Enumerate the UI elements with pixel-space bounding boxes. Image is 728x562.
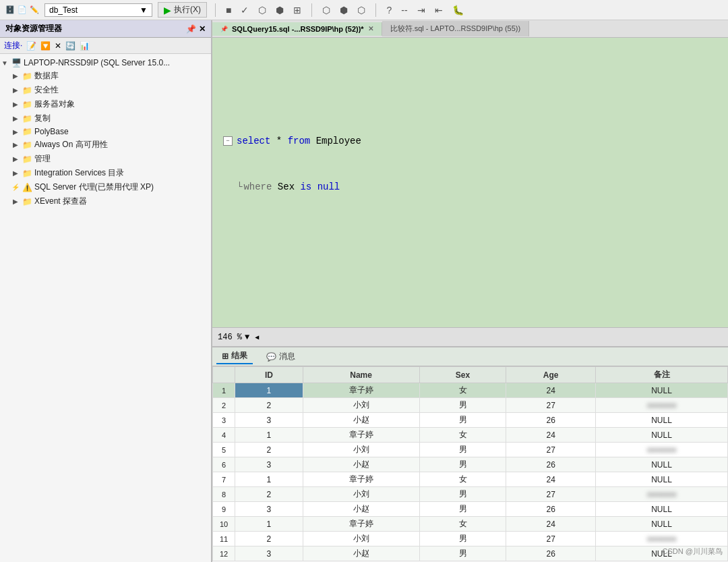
expand-icon[interactable]: ▼ [0, 59, 9, 67]
tab-sqlquery15[interactable]: 📌 SQLQuery15.sql -...RSSD9IP\hp (52))* ✕ [212, 22, 382, 36]
tab-compare[interactable]: 比较符.sql - LAPTO...RSSD9IP\hp (55)) [382, 21, 530, 36]
table-row[interactable]: 93小赵男26NULL [213, 502, 728, 517]
table-row[interactable]: 22小刘男27■■■■■■ [213, 398, 728, 413]
server-label: LAPTOP-NRSSD9IP (SQL Server 15.0... [24, 58, 170, 67]
title-bar: 🗄️ 📄 ✏️ db_Test ▼ ▶ 执行(X) ■ ✓ ⬡ ⬢ ⊞ ⬡ ⬢ … [0, 0, 728, 20]
row-num: 5 [213, 443, 235, 457]
code-block: − select * from Employee └where Sex is n… [212, 38, 728, 327]
title-icons: 🗄️ 📄 ✏️ [5, 5, 39, 14]
replication-label: 复制 [34, 113, 51, 124]
table-row[interactable]: 52小刘男27■■■■■■ [213, 443, 728, 457]
tree-item-server[interactable]: ▼ 🖥️ LAPTOP-NRSSD9IP (SQL Server 15.0... [0, 57, 211, 69]
tree-item-databases[interactable]: ▶ 📁 数据库 [0, 69, 211, 83]
tree-item-server-objects[interactable]: ▶ 📁 服务器对象 [0, 97, 211, 111]
table-row[interactable]: 123小赵男26NULL [213, 546, 728, 561]
dedent-icon[interactable]: ⇤ [433, 3, 445, 17]
filter-clear-icon[interactable]: ✕ [55, 41, 61, 51]
tree-item-replication[interactable]: ▶ 📁 复制 [0, 111, 211, 125]
expand-icon[interactable]: ▶ [11, 72, 20, 80]
help-icon[interactable]: ? [384, 3, 394, 17]
results-table-wrapper: ID Name Sex Age 备注 11章子婷女24NULL22小刘男27■■… [212, 366, 728, 562]
table-row[interactable]: 82小刘男27■■■■■■ [213, 487, 728, 502]
code-text: Employee [310, 136, 361, 146]
cell-name: 章子婷 [303, 517, 419, 532]
folder-icon: 📁 [22, 100, 32, 109]
stop-icon[interactable]: ■ [224, 3, 233, 17]
pin-icon[interactable]: 📌 [186, 24, 196, 34]
results-tab-messages[interactable]: 💬 消息 [261, 349, 301, 364]
folder-icon: 📁 [22, 86, 32, 95]
parse-icon[interactable]: ⬡ [256, 3, 268, 17]
file-icon: 📄 [18, 5, 27, 14]
code-editor[interactable]: − select * from Employee └where Sex is n… [212, 38, 728, 346]
col-header-rownum [213, 367, 235, 383]
table-row[interactable]: 11章子婷女24NULL [213, 383, 728, 398]
cell-sex: 男 [419, 502, 506, 517]
grid-icon[interactable]: ⊞ [291, 3, 303, 17]
table-row[interactable]: 41章子婷女24NULL [213, 428, 728, 443]
refresh-icon[interactable]: 🔄 [65, 41, 75, 51]
cell-age: 26 [506, 413, 596, 428]
tree-item-sql-agent[interactable]: ⚡ ⚠️ SQL Server 代理(已禁用代理 XP) [0, 180, 211, 194]
new-query-icon[interactable]: 📝 [26, 41, 36, 51]
cell-age: 24 [506, 428, 596, 443]
cell-note: NULL [596, 457, 728, 472]
row-num: 2 [213, 398, 235, 413]
tree-item-alwayson[interactable]: ▶ 📁 Always On 高可用性 [0, 138, 211, 152]
execute-button[interactable]: ▶ 执行(X) [158, 2, 207, 18]
cell-note: NULL [596, 472, 728, 487]
cell-id: 1 [235, 472, 303, 487]
table-row[interactable]: 112小刘男27■■■■■■ [213, 532, 728, 546]
expand-icon[interactable]: ▶ [11, 101, 20, 108]
cell-id: 2 [235, 443, 303, 457]
table-row[interactable]: 71章子婷女24NULL [213, 472, 728, 487]
col-header-age: Age [506, 367, 596, 383]
object-explorer-panel: 对象资源管理器 📌 ✕ 连接· 📝 🔽 ✕ 🔄 📊 ▼ 🖥️ LAPTOP-NR… [0, 20, 212, 562]
indent-icon[interactable]: ⇥ [415, 3, 427, 17]
query-icon[interactable]: ⬡ [355, 3, 367, 17]
disconnect-icon[interactable]: ⬢ [338, 3, 350, 17]
cell-sex: 女 [419, 517, 506, 532]
debug-icon[interactable]: 🐛 [450, 3, 466, 17]
line-bracket: └ [237, 181, 242, 192]
code-text: Sex [272, 181, 300, 192]
database-selector[interactable]: db_Test ▼ [44, 3, 152, 17]
object-explorer-tree: ▼ 🖥️ LAPTOP-NRSSD9IP (SQL Server 15.0...… [0, 54, 211, 562]
cell-id: 1 [235, 517, 303, 532]
tree-item-integration-services[interactable]: ▶ 📁 Integration Services 目录 [0, 166, 211, 180]
code-lines-1: select * from Employee └where Sex is nul… [237, 104, 361, 225]
tree-item-xevent[interactable]: ▶ 📁 XEvent 探查器 [0, 194, 211, 208]
folder-icon: 📁 [22, 154, 32, 164]
tree-item-management[interactable]: ▶ 📁 管理 [0, 152, 211, 166]
tree-item-security[interactable]: ▶ 📁 安全性 [0, 83, 211, 97]
comment-icon[interactable]: -- [399, 3, 409, 17]
connect-btn[interactable]: 连接· [4, 40, 22, 51]
connect-icon[interactable]: ⬡ [320, 3, 332, 17]
zoom-dropdown-icon[interactable]: ▼ [245, 333, 249, 342]
activity-icon[interactable]: 📊 [80, 41, 90, 51]
spacer [223, 271, 717, 279]
filter-icon[interactable]: 🔽 [40, 41, 51, 51]
toolbar-separator-2 [311, 3, 312, 17]
close-icon[interactable]: ✕ [199, 24, 206, 34]
table-row[interactable]: 63小赵男26NULL [213, 457, 728, 472]
expand-icon[interactable]: ▶ [11, 141, 20, 148]
server-icon: 🖥️ [11, 58, 22, 67]
table-row[interactable]: 33小赵男26NULL [213, 413, 728, 428]
tab-close-icon[interactable]: ✕ [368, 25, 373, 32]
expand-icon[interactable]: ▶ [11, 169, 20, 177]
results-icon[interactable]: ⬢ [274, 3, 286, 17]
tree-item-polybase[interactable]: ▶ 📁 PolyBase [0, 125, 211, 138]
check-icon[interactable]: ✓ [239, 3, 251, 17]
cell-note: NULL [596, 546, 728, 561]
expand-icon[interactable]: ▶ [11, 115, 20, 122]
expand-icon[interactable]: ▶ [11, 198, 20, 205]
scroll-left-icon[interactable]: ◀ [255, 333, 259, 341]
results-tab-results[interactable]: ⊞ 结果 [216, 349, 253, 364]
row-num: 4 [213, 428, 235, 443]
fold-button-1[interactable]: − [223, 136, 233, 146]
expand-icon[interactable]: ▶ [11, 155, 20, 163]
table-row[interactable]: 101章子婷女24NULL [213, 517, 728, 532]
expand-icon[interactable]: ▶ [11, 128, 20, 136]
expand-icon[interactable]: ▶ [11, 86, 20, 94]
